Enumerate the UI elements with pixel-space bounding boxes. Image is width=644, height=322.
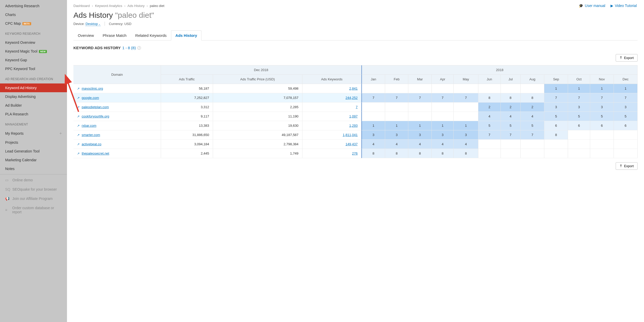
- export-button-top[interactable]: ⤒ Export: [616, 54, 638, 62]
- month-cell[interactable]: 6: [544, 121, 568, 130]
- month-cell[interactable]: 4: [408, 140, 431, 149]
- month-cell[interactable]: 1: [590, 84, 614, 93]
- sidebar-item-advertising-research[interactable]: Advertising Research: [0, 2, 67, 10]
- domain-link[interactable]: smarter.com: [82, 133, 100, 137]
- tab-phrase-match[interactable]: Phrase Match: [98, 30, 131, 40]
- external-link-icon[interactable]: ↗: [77, 105, 80, 109]
- month-cell[interactable]: 6: [568, 121, 590, 130]
- col-month-aug[interactable]: Aug: [521, 75, 544, 84]
- plus-icon[interactable]: +: [60, 131, 62, 136]
- col-month-jul[interactable]: Jul: [501, 75, 521, 84]
- col-month-jan[interactable]: Jan: [361, 75, 385, 84]
- external-link-icon[interactable]: ↗: [77, 152, 80, 155]
- month-cell[interactable]: 7: [590, 93, 614, 103]
- month-cell[interactable]: 1: [361, 121, 385, 130]
- month-cell[interactable]: 4: [478, 112, 501, 121]
- domain-link[interactable]: google.com: [82, 96, 99, 100]
- tab-ads-history[interactable]: Ads History: [171, 30, 201, 40]
- month-cell[interactable]: 7: [501, 130, 521, 140]
- video-tutorial-link[interactable]: ▶ Video Tutorial: [611, 4, 637, 8]
- keywords-link[interactable]: 7: [356, 105, 358, 109]
- sidebar-footer-join-our-affiliate-p[interactable]: 📢Join our Affiliate Program: [0, 194, 67, 203]
- external-link-icon[interactable]: ↗: [77, 115, 80, 118]
- breadcrumb-analytics[interactable]: Keyword Analytics: [95, 4, 122, 8]
- domain-link[interactable]: cookforyourlife.org: [82, 114, 109, 118]
- month-cell[interactable]: 4: [501, 112, 521, 121]
- sidebar-item-my-reports[interactable]: My Reports+: [0, 129, 67, 138]
- sidebar-item-marketing-calendar[interactable]: Marketing Calendar: [0, 156, 67, 164]
- month-cell[interactable]: 5: [478, 121, 501, 130]
- col-ads-price[interactable]: Ads Traffic Price (USD): [213, 75, 302, 84]
- col-month-dec[interactable]: Dec: [614, 75, 638, 84]
- user-manual-link[interactable]: 🎓 User manual: [579, 4, 605, 8]
- month-cell[interactable]: 3: [454, 130, 478, 140]
- sidebar-footer-online-demo[interactable]: ▭Online demo: [0, 175, 67, 185]
- export-button-bottom[interactable]: ⤒ Export: [616, 162, 638, 170]
- sidebar-item-ad-builder[interactable]: Ad Builder: [0, 101, 67, 110]
- external-link-icon[interactable]: ↗: [77, 133, 80, 137]
- col-month-apr[interactable]: Apr: [432, 75, 454, 84]
- col-ads-traffic[interactable]: Ads Traffic: [161, 75, 213, 84]
- col-month-mar[interactable]: Mar: [408, 75, 431, 84]
- month-cell[interactable]: 7: [478, 130, 501, 140]
- tab-related-keywords[interactable]: Related Keywords: [131, 30, 171, 40]
- month-cell[interactable]: 7: [385, 93, 408, 103]
- month-cell[interactable]: 5: [501, 121, 521, 130]
- month-cell[interactable]: 8: [501, 93, 521, 103]
- month-cell[interactable]: 5: [590, 112, 614, 121]
- month-cell[interactable]: 7: [568, 93, 590, 103]
- month-cell[interactable]: 3: [590, 103, 614, 112]
- col-month-feb[interactable]: Feb: [385, 75, 408, 84]
- sidebar-item-keyword-overview[interactable]: Keyword Overview: [0, 38, 67, 47]
- sidebar-item-lead-generation-tool[interactable]: Lead Generation Tool: [0, 147, 67, 156]
- month-cell[interactable]: 4: [432, 140, 454, 149]
- tab-overview[interactable]: Overview: [73, 30, 98, 40]
- keywords-link[interactable]: 149,437: [345, 142, 358, 146]
- keywords-link[interactable]: 2,841: [349, 87, 358, 90]
- month-cell[interactable]: 8: [478, 93, 501, 103]
- domain-link[interactable]: activebeat.co: [82, 142, 101, 146]
- domain-link[interactable]: paleodietplan.com: [82, 105, 109, 109]
- keywords-link[interactable]: 1,811,041: [343, 133, 358, 137]
- sidebar-item-keyword-gap[interactable]: Keyword Gap: [0, 56, 67, 64]
- domain-link[interactable]: rxbar.com: [82, 124, 96, 128]
- month-cell[interactable]: 4: [454, 140, 478, 149]
- month-cell[interactable]: 2: [521, 103, 544, 112]
- month-cell[interactable]: 1: [614, 84, 638, 93]
- month-cell[interactable]: 5: [614, 112, 638, 121]
- device-selector[interactable]: Desktop⌄: [86, 22, 100, 26]
- breadcrumb-ads-history[interactable]: Ads History: [128, 4, 145, 8]
- month-cell[interactable]: 1: [408, 121, 431, 130]
- month-cell[interactable]: 1: [454, 121, 478, 130]
- domain-link[interactable]: mayoclinic.org: [82, 87, 103, 90]
- sidebar-item-keyword-magic-tool[interactable]: Keyword Magic ToolNEW: [0, 47, 67, 56]
- month-cell[interactable]: 3: [408, 130, 431, 140]
- sidebar-item-charts[interactable]: Charts: [0, 10, 67, 19]
- month-cell[interactable]: 1: [385, 121, 408, 130]
- sidebar-footer-order-custom-databas[interactable]: ≡Order custom database or report: [0, 203, 67, 217]
- keywords-link[interactable]: 244,252: [345, 96, 358, 100]
- month-cell[interactable]: 3: [385, 130, 408, 140]
- external-link-icon[interactable]: ↗: [77, 87, 80, 90]
- month-cell[interactable]: 3: [614, 103, 638, 112]
- month-cell[interactable]: 1: [544, 84, 568, 93]
- month-cell[interactable]: 8: [361, 149, 385, 158]
- month-cell[interactable]: 7: [614, 93, 638, 103]
- col-month-may[interactable]: May: [454, 75, 478, 84]
- external-link-icon[interactable]: ↗: [77, 124, 80, 128]
- month-cell[interactable]: 3: [361, 130, 385, 140]
- info-icon[interactable]: i: [137, 46, 141, 50]
- month-cell[interactable]: 2: [501, 103, 521, 112]
- keywords-link[interactable]: 1,097: [349, 114, 358, 118]
- month-cell[interactable]: 7: [432, 93, 454, 103]
- sidebar-item-projects[interactable]: Projects: [0, 138, 67, 147]
- month-cell[interactable]: 5: [568, 112, 590, 121]
- external-link-icon[interactable]: ↗: [77, 142, 80, 146]
- sidebar-item-display-advertising[interactable]: Display Advertising: [0, 92, 67, 101]
- col-month-jun[interactable]: Jun: [478, 75, 501, 84]
- month-cell[interactable]: 3: [568, 103, 590, 112]
- keywords-link[interactable]: 276: [352, 151, 358, 155]
- month-cell[interactable]: 7: [454, 93, 478, 103]
- breadcrumb-dashboard[interactable]: Dashboard: [73, 4, 90, 8]
- month-cell[interactable]: 3: [432, 130, 454, 140]
